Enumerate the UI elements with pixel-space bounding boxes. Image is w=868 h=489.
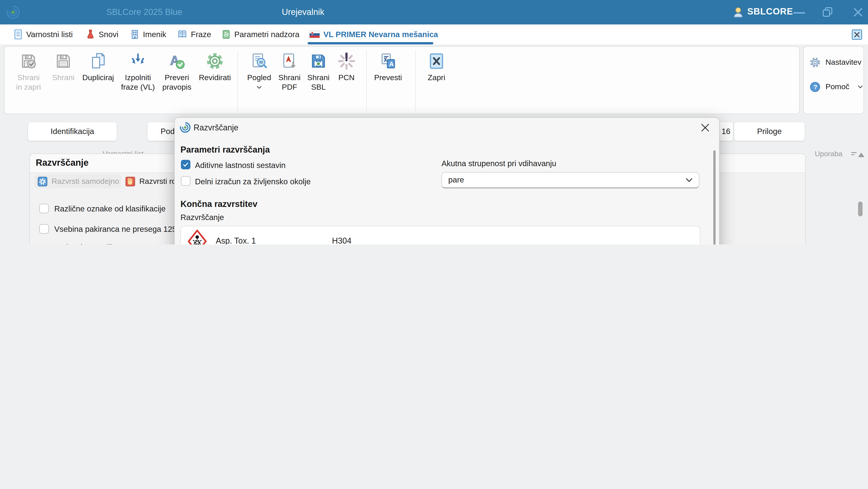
ribbon-toolbar: Shrani in zapri Shrani — [4, 46, 800, 114]
tab-label: Fraze — [191, 30, 211, 39]
book-icon — [177, 30, 187, 39]
pcn-asterisk-icon — [337, 49, 355, 70]
additive-label: Aditivne lastnosti sestavin — [195, 161, 286, 170]
classify-manual-button[interactable]: Razvrsti ro — [125, 174, 176, 189]
packaging-label: Vsebina pakiranca ne presega 125 — [54, 225, 177, 234]
classification-dialog: Razvrščanje Parametri razvrščanja Aditiv… — [174, 117, 720, 244]
app-window: SBLCore 2025 Blue Urejevalnik SBLCORE Va… — [0, 0, 868, 244]
group-label-uporaba: Uporaba — [804, 150, 854, 158]
tab-varnostni-listi[interactable]: Varnostni listi — [13, 24, 73, 45]
pcn-button[interactable]: PCN — [333, 49, 360, 100]
svg-text:A: A — [389, 60, 394, 68]
acute-toxicity-select[interactable]: pare — [441, 172, 699, 189]
close-editor-button[interactable]: Zapri — [421, 49, 452, 100]
tab-parametri-nadzora[interactable]: Parametri nadzora — [222, 24, 300, 45]
auto-gear-icon — [37, 176, 48, 186]
active-tab-underline — [308, 42, 433, 45]
close-window-button[interactable] — [853, 7, 863, 17]
page-tab-priloge[interactable]: Priloge — [734, 122, 805, 141]
user-icon — [732, 6, 745, 19]
window-title: Urejevalnik — [276, 7, 330, 17]
dialog-logo-icon — [179, 121, 191, 134]
hand-icon — [125, 176, 135, 186]
spellcheck-icon: A — [168, 49, 186, 70]
app-logo-icon — [5, 4, 21, 20]
flask-icon — [86, 29, 95, 39]
packaging-checkbox[interactable] — [39, 224, 49, 234]
tab-label: Snovi — [99, 30, 119, 39]
account-label[interactable]: SBLCORE — [747, 6, 793, 17]
scroll-up-arrow[interactable] — [858, 152, 864, 157]
tab-label: Varnostni listi — [26, 30, 73, 39]
chevron-down-icon — [256, 85, 262, 89]
app-title: SBLCore 2025 Blue — [106, 7, 182, 17]
tab-vl-primer-active[interactable]: VL PRIMER Nevarna mešanica — [309, 24, 438, 45]
duplicate-icon — [89, 49, 107, 70]
help-button[interactable]: ? Pomoč — [809, 81, 863, 93]
translate-icon: A — [379, 49, 397, 70]
ghs-health-hazard-pictogram — [187, 229, 207, 244]
sbl-floppy-icon — [309, 49, 328, 70]
pdf-icon — [280, 49, 299, 70]
acute-toxicity-value: pare — [448, 175, 464, 185]
dialog-close-button[interactable] — [701, 123, 710, 132]
chevron-down-icon — [686, 178, 692, 182]
svg-text:?: ? — [813, 84, 817, 91]
minimize-button[interactable] — [794, 12, 805, 13]
restore-button[interactable] — [822, 7, 833, 18]
duplicate-button[interactable]: Dupliciraj — [78, 49, 119, 100]
different-labels-checkbox[interactable] — [39, 204, 49, 213]
partial-calc-checkbox[interactable] — [181, 176, 190, 185]
document-list-icon — [13, 29, 23, 39]
ribbon-right-panel: Nastavitev ? Pomoč Uporaba — [803, 46, 864, 114]
save-and-close-button[interactable]: Shrani in zapri — [14, 49, 43, 100]
page-tab-identifikacija[interactable]: Identifikacija — [28, 122, 117, 141]
classification-list: Asp. Tox. 1 H304 Skin Sens. 1 H317 Eye — [181, 226, 700, 244]
fill-phrases-button[interactable]: Izpolniti fraze (VL) — [117, 49, 159, 100]
acute-toxicity-label: Akutna strupenost pri vdihavanju — [441, 159, 556, 168]
group-divider — [366, 50, 367, 111]
arrows-down-icon — [129, 49, 147, 70]
save-pdf-button[interactable]: Shrani PDF — [274, 49, 305, 100]
building-icon — [130, 29, 139, 39]
main-tab-bar: Varnostni listi Snovi Imenik — [0, 24, 868, 45]
tab-label: Parametri nadzora — [234, 30, 300, 39]
main-scrollbar-thumb[interactable] — [858, 201, 863, 217]
translate-button[interactable]: A Prevesti — [370, 49, 406, 100]
save-sbl-button[interactable]: Shrani SBL — [303, 49, 334, 100]
tab-imenik[interactable]: Imenik — [130, 24, 166, 45]
classify-auto-button[interactable]: Razvrsti samodejno — [34, 174, 121, 189]
classification-row[interactable]: Asp. Tox. 1 H304 — [181, 229, 700, 244]
close-tab-button[interactable] — [852, 29, 862, 40]
section-title: Razvrščanje — [36, 157, 89, 168]
preview-icon — [250, 49, 268, 70]
final-heading: Končna razvrstitev — [181, 199, 257, 209]
tab-snovi[interactable]: Snovi — [86, 24, 119, 45]
group-divider — [415, 50, 416, 111]
gear-icon — [809, 57, 821, 68]
tab-label: VL PRIMER Nevarna mešanica — [323, 30, 438, 39]
tab-fraze[interactable]: Fraze — [177, 24, 211, 45]
different-labels-label: Različne oznake od klasifikacije — [54, 204, 165, 214]
group-divider — [238, 50, 238, 111]
close-icon — [854, 32, 860, 37]
dialog-launcher-icon[interactable] — [851, 151, 857, 157]
revise-button[interactable]: Revidirati — [195, 49, 235, 100]
classification-list-label: Razvrščanje — [181, 213, 224, 222]
gear-green-icon — [206, 49, 224, 70]
save-close-icon — [20, 49, 37, 70]
dialog-title: Razvrščanje — [194, 123, 238, 133]
question-icon: ? — [809, 81, 821, 93]
tab-label: Imenik — [143, 30, 166, 39]
partial-calc-label: Delni izračun za življensko okolje — [195, 177, 311, 186]
view-button[interactable]: Pogled — [243, 49, 275, 100]
dialog-scrollbar-thumb[interactable] — [713, 150, 716, 244]
chevron-down-icon — [858, 85, 863, 89]
additive-checkbox[interactable] — [181, 160, 190, 169]
page-tab-16[interactable]: 16 — [719, 122, 733, 141]
settings-button[interactable]: Nastavitev — [809, 57, 862, 68]
spellcheck-button[interactable]: A Preveri pravopis — [158, 49, 196, 100]
params-heading: Parametri razvrščanja — [181, 145, 270, 155]
save-button[interactable]: Shrani — [49, 49, 78, 100]
title-bar: SBLCore 2025 Blue Urejevalnik SBLCORE — [0, 0, 868, 24]
